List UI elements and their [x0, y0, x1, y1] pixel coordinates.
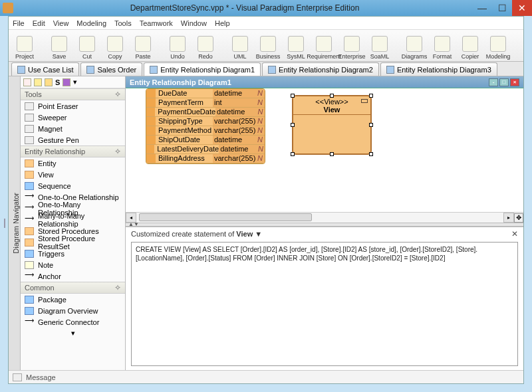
resize-handle[interactable] [330, 94, 334, 98]
resize-handle[interactable] [291, 152, 295, 156]
collapse-icon[interactable]: ✧ [114, 283, 121, 292]
toolbar-paste[interactable]: Paste [131, 36, 155, 60]
sql-panel: Customized create statement of View ▼ ✕ … [126, 227, 523, 370]
menu-window[interactable]: Window [181, 19, 207, 27]
entity-column-row[interactable]: PaymentTermintN [146, 98, 265, 108]
menu-teamwork[interactable]: Teamwork [140, 19, 173, 27]
resize-handle[interactable] [291, 123, 295, 127]
entity-column-row[interactable]: ShippingTypevarchar(255)N [146, 117, 265, 126]
doc-tab[interactable]: Entity Relationship Diagram2 [262, 62, 379, 76]
palette-item[interactable]: Generic Connector [21, 316, 125, 328]
pan-icon[interactable]: ✥ [514, 213, 523, 223]
toolbar-copy[interactable]: Copy [103, 36, 127, 60]
maximize-button[interactable]: ☐ [492, 0, 512, 16]
scroll-right-button[interactable]: ▸ [503, 213, 514, 223]
resize-handle[interactable] [369, 123, 373, 127]
dropdown-arrow-icon[interactable]: ▾ [73, 78, 77, 86]
minimize-button[interactable]: — [472, 0, 492, 16]
entity-column-row[interactable]: PaymentDueDatedatetimeN [146, 108, 265, 117]
horizontal-splitter[interactable] [126, 223, 523, 227]
palette-item[interactable]: Many-to-Many Relationship [21, 214, 125, 225]
toolbar-undo[interactable]: Undo [166, 36, 190, 60]
doc-tab[interactable]: Sales Order [80, 62, 142, 76]
pointer-icon[interactable] [23, 78, 31, 86]
toolbar-requirement[interactable]: Requirement [312, 36, 336, 60]
tool-item[interactable]: Point Eraser [21, 100, 125, 112]
toolbar-soaml[interactable]: SoaML [368, 36, 392, 60]
entity-column-row[interactable]: LatestDeliveryDatedatetimeN [146, 145, 265, 154]
section-er-header[interactable]: Entity Relationship ✧ [21, 146, 125, 157]
menu-tools[interactable]: Tools [114, 19, 132, 27]
editor-close-button[interactable]: × [510, 78, 519, 86]
menu-file[interactable]: File [13, 19, 25, 27]
view-glyph-icon [361, 99, 368, 103]
sql-editor[interactable]: CREATE VIEW [View] AS SELECT [Order].[ID… [131, 242, 518, 366]
toolbar-save[interactable]: Save [47, 36, 71, 60]
palette-item[interactable]: Diagram Overview [21, 305, 125, 316]
status-message[interactable]: Message [26, 373, 56, 381]
toolbar-sysml[interactable]: SysML [284, 36, 308, 60]
close-button[interactable]: ✕ [512, 0, 532, 16]
message-icon[interactable] [13, 373, 22, 381]
dropdown-arrow-icon[interactable]: ▼ [253, 230, 262, 238]
menu-view[interactable]: View [53, 19, 69, 27]
doc-tab[interactable]: Entity Relationship Diagram3 [380, 62, 497, 76]
resize-handle[interactable] [330, 152, 334, 156]
editor-minimize-button[interactable]: - [489, 78, 498, 86]
toolbar-redo[interactable]: Redo [194, 36, 217, 60]
rail-icon[interactable] [4, 219, 5, 228]
menu-edit[interactable]: Edit [33, 19, 45, 27]
collapse-icon[interactable]: ✧ [114, 147, 121, 156]
palette-item[interactable]: Sequence [21, 180, 125, 191]
resize-handle[interactable] [369, 152, 373, 156]
diagram-canvas[interactable]: DueDatedatetimeNPaymentTermintNPaymentDu… [126, 88, 523, 212]
toolbar-modeling[interactable]: Modeling [486, 36, 510, 60]
tool-item[interactable]: Gesture Pen [21, 134, 125, 146]
collapse-icon[interactable]: ✧ [114, 90, 121, 99]
palette-item[interactable]: Stored Procedure ResultSet [21, 237, 125, 248]
toolbar-diagrams[interactable]: Diagrams [402, 36, 426, 60]
entity-column-row[interactable]: ShipOutDatedatetimeN [146, 136, 265, 145]
sql-panel-title[interactable]: Customized create statement of View ▼ [131, 230, 262, 238]
palette-item[interactable]: View [21, 169, 125, 180]
rail-diagram-navigator[interactable]: Diagram Navigator [12, 193, 20, 254]
toolbar-cut[interactable]: Cut [75, 36, 99, 60]
toolbar-format[interactable]: Format [430, 36, 454, 60]
editor-maximize-button[interactable]: □ [499, 78, 509, 86]
scroll-thumb[interactable] [139, 213, 312, 221]
window-title: DepartmentStoreSync.vpp * - Visual Parad… [17, 3, 472, 13]
toolbar-doc[interactable]: Doc [521, 36, 523, 60]
doc-tab[interactable]: Entity Relationship Diagram1 [144, 62, 261, 76]
menu-modeling[interactable]: Modeling [76, 19, 106, 27]
toolbar-business[interactable]: Business [256, 36, 280, 60]
sql-panel-close-button[interactable]: ✕ [511, 229, 518, 239]
resize-handle[interactable] [369, 94, 373, 98]
palette-item[interactable]: Note [21, 259, 125, 270]
shape-icon[interactable] [63, 78, 70, 86]
palette-item[interactable]: Entity [21, 157, 125, 169]
scroll-track[interactable] [136, 213, 503, 223]
toolbar-enterprise[interactable]: Enterprise [340, 36, 364, 60]
resize-handle[interactable] [291, 94, 295, 98]
section-common-header[interactable]: Common ✧ [21, 282, 125, 294]
canvas-horizontal-scrollbar[interactable]: ◂ ▸ ✥ [126, 212, 523, 223]
section-common-title: Common [25, 284, 55, 292]
entity-column-row[interactable]: BillingAddressvarchar(255)N [146, 154, 265, 163]
menu-help[interactable]: Help [215, 19, 230, 27]
more-arrow-icon[interactable]: ▾ [21, 328, 125, 339]
tool-item[interactable]: Magnet [21, 123, 125, 134]
view-element[interactable]: <<View>> View [292, 95, 372, 155]
section-tools-header[interactable]: Tools ✧ [21, 88, 125, 100]
tool-item[interactable]: Sweeper [21, 112, 125, 123]
palette-item[interactable]: Anchor [21, 270, 125, 282]
toolbar-copier[interactable]: Copier [458, 36, 482, 60]
hand-icon[interactable] [45, 78, 53, 86]
toolbar-project[interactable]: Project [13, 36, 37, 60]
lock-icon[interactable] [34, 78, 42, 86]
entity-table[interactable]: DueDatedatetimeNPaymentTermintNPaymentDu… [146, 88, 265, 164]
entity-column-row[interactable]: DueDatedatetimeN [146, 89, 265, 98]
entity-column-row[interactable]: PaymentMethodvarchar(255)N [146, 126, 265, 136]
toolbar-uml[interactable]: UML [228, 36, 252, 60]
doc-tab[interactable]: Use Case List [11, 62, 79, 76]
palette-item[interactable]: Package [21, 294, 125, 305]
